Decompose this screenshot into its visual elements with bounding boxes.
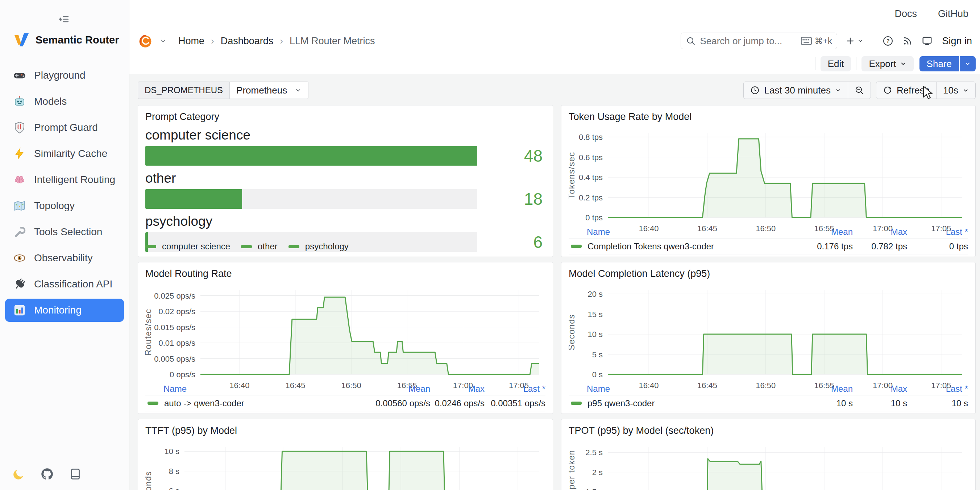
robot-icon [13, 95, 26, 108]
breadcrumb-dashboards[interactable]: Dashboards [221, 35, 274, 47]
sidebar-item-observability[interactable]: Observability [5, 247, 124, 270]
sidebar-item-classification-api[interactable]: Classification API [5, 272, 124, 296]
legend-col-last[interactable]: Last * [485, 384, 546, 394]
sidebar-item-prompt-guard[interactable]: Prompt Guard [5, 116, 124, 139]
legend-max-value: 0.782 tps [853, 241, 907, 251]
legend-col-mean[interactable]: Mean [777, 227, 853, 237]
sidebar-item-similarity-cache[interactable]: Similarity Cache [5, 142, 124, 165]
legend-col-name[interactable]: Name [569, 227, 777, 237]
legend-col-last[interactable]: Last * [907, 384, 968, 394]
legend-col-name[interactable]: Name [145, 384, 354, 394]
sidebar-item-label: Prompt Guard [34, 122, 98, 134]
grafana-logo-icon[interactable] [138, 33, 153, 49]
legend-col-mean[interactable]: Mean [777, 384, 853, 394]
chevron-down-icon[interactable] [159, 37, 167, 45]
export-button[interactable]: Export [861, 56, 913, 72]
time-series-chart[interactable]: 1.5 s2 s2.5 s16:4016:4516:5016:5517:0017… [569, 440, 969, 490]
search-placeholder: Search or jump to... [700, 35, 796, 47]
legend-col-mean[interactable]: Mean [354, 384, 430, 394]
sign-in-button[interactable]: Sign in [942, 35, 972, 47]
bar-value: 6 [477, 232, 546, 252]
legend-col-max[interactable]: Max [853, 227, 907, 237]
search-input[interactable]: Search or jump to... ⌘+k [681, 33, 837, 49]
panel-legend: Name Mean Max Last * Completion Tokens q… [569, 226, 968, 255]
divider [873, 35, 873, 48]
panel-title[interactable]: TTFT (p95) by Model [145, 425, 546, 436]
legend-col-last[interactable]: Last * [907, 227, 968, 237]
legend-mean-value: 0.00560 ops/s [354, 398, 430, 409]
bolt-icon [13, 147, 26, 160]
datasource-select[interactable]: Prometheus [230, 81, 309, 99]
refresh-interval-select[interactable]: 10s [936, 82, 975, 99]
legend-item[interactable]: computer science [145, 241, 230, 251]
legend-series-name[interactable]: Completion Tokens qwen3-coder [569, 241, 777, 251]
news-button[interactable] [898, 35, 917, 46]
help-button[interactable]: ? [878, 35, 898, 46]
plug-icon [13, 278, 26, 291]
panel-title[interactable]: Token Usage Rate by Model [569, 111, 968, 123]
svg-text:0.005 ops/s: 0.005 ops/s [154, 355, 195, 364]
sidebar-item-tools-selection[interactable]: Tools Selection [5, 220, 124, 243]
legend-row: auto -> qwen3-coder 0.00560 ops/s 0.0246… [145, 395, 546, 411]
zoom-out-icon [854, 86, 864, 95]
breadcrumb-home[interactable]: Home [178, 35, 204, 47]
share-menu-button[interactable] [960, 56, 976, 72]
panel-title[interactable]: Prompt Category [145, 111, 546, 123]
panel-title[interactable]: TPOT (p95) by Model (sec/token) [569, 425, 968, 436]
svg-text:0.015 ops/s: 0.015 ops/s [154, 323, 195, 332]
theme-toggle-moon-icon[interactable] [12, 468, 25, 480]
bar-fill [145, 189, 242, 209]
edit-button[interactable]: Edit [821, 56, 851, 72]
refresh-button[interactable]: Refresh [877, 82, 936, 99]
legend-col-name[interactable]: Name [569, 384, 777, 394]
sidebar-item-playground[interactable]: Playground [5, 64, 124, 87]
series-dash-icon [145, 245, 156, 248]
legend-col-max[interactable]: Max [853, 384, 907, 394]
panel-title[interactable]: Model Completion Latency (p95) [569, 268, 968, 280]
add-button[interactable] [841, 36, 868, 46]
series-dash-icon [571, 402, 582, 405]
brain-icon [13, 173, 26, 186]
github-icon[interactable] [41, 468, 54, 480]
shield-icon [13, 121, 26, 134]
svg-text:5 s: 5 s [592, 350, 603, 359]
sidebar-item-topology[interactable]: Topology [5, 194, 124, 218]
panel-title[interactable]: Model Routing Rate [145, 268, 546, 280]
legend-series-name[interactable]: p95 qwen3-coder [569, 398, 777, 409]
collapse-sidebar-icon[interactable] [58, 13, 71, 27]
zoom-out-button[interactable] [848, 82, 870, 99]
panel-legend: computer science other psychology [145, 241, 348, 251]
github-link[interactable]: GitHub [938, 8, 969, 19]
kiosk-mode-button[interactable] [917, 35, 937, 46]
sidebar-item-intelligent-routing[interactable]: Intelligent Routing [5, 168, 124, 191]
svg-text:0.025 ops/s: 0.025 ops/s [154, 291, 195, 301]
brand[interactable]: Semantic Router [12, 31, 119, 49]
share-button[interactable]: Share [920, 56, 959, 72]
time-series-chart[interactable]: 6 s8 s10 s16:4016:4516:5016:5517:0017:05… [145, 440, 546, 490]
sidebar-item-models[interactable]: Models [5, 90, 124, 113]
legend-max-value: 10 s [853, 398, 907, 409]
sidebar-item-label: Playground [34, 70, 86, 81]
time-range-picker[interactable]: Last 30 minutes [744, 82, 848, 99]
legend-item[interactable]: psychology [288, 241, 348, 251]
series-dash-icon [288, 245, 299, 248]
svg-text:15 s: 15 s [587, 310, 603, 319]
bar-gauge-row: other18 [145, 171, 546, 209]
legend-col-max[interactable]: Max [430, 384, 485, 394]
gamepad-icon [13, 69, 26, 82]
legend-series-name[interactable]: auto -> qwen3-coder [145, 398, 354, 409]
legend-item[interactable]: other [241, 241, 278, 251]
rss-icon [902, 35, 913, 46]
bar-label: computer science [145, 127, 546, 143]
breadcrumb-separator: › [280, 35, 283, 47]
svg-text:0.6 tps: 0.6 tps [579, 153, 603, 162]
svg-text:Seconds per token: Seconds per token [569, 450, 576, 490]
docs-book-icon[interactable] [69, 468, 82, 480]
sidebar-item-monitoring[interactable]: Monitoring [5, 299, 124, 322]
sidebar-item-label: Topology [34, 200, 75, 212]
search-icon [686, 36, 695, 46]
dashboard-actions: Edit Export Share [129, 54, 980, 74]
svg-text:?: ? [886, 38, 890, 44]
svg-text:Seconds: Seconds [145, 471, 153, 490]
docs-link[interactable]: Docs [894, 8, 917, 19]
